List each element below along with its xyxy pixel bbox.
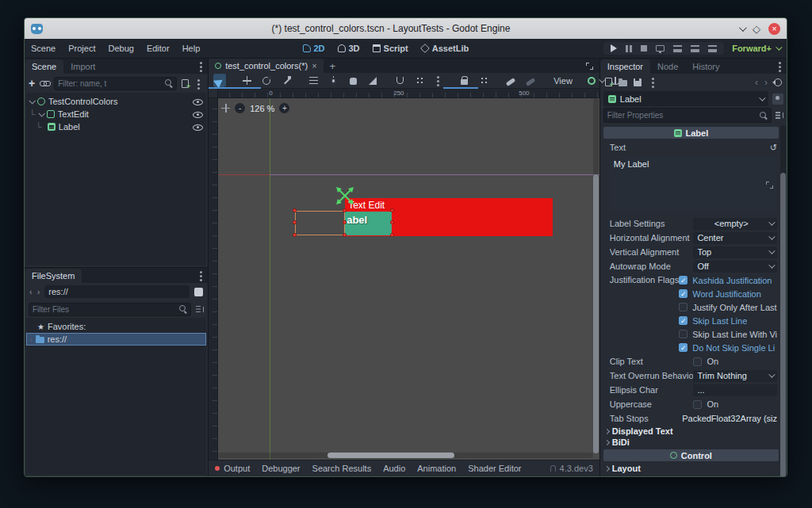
tab-history[interactable]: History (685, 59, 726, 74)
nav-back-icon[interactable]: ‹ (29, 287, 33, 296)
text-overrun-dropdown[interactable]: Trim Nothing (693, 370, 777, 382)
skeleton-button[interactable] (504, 74, 517, 87)
anchor-preset-button[interactable] (589, 74, 602, 87)
menu-help[interactable]: Help (182, 44, 201, 53)
pan-mode-button[interactable] (347, 74, 359, 87)
file-filter[interactable] (29, 303, 191, 316)
checkbox-icon[interactable] (693, 400, 702, 409)
checkbox-checked-icon[interactable]: ✓ (679, 343, 688, 352)
snap-options-icon[interactable] (437, 75, 439, 86)
visibility-eye-icon[interactable] (193, 97, 203, 106)
window-minimize-icon[interactable] (739, 24, 747, 32)
expand-all-icon[interactable] (776, 111, 783, 120)
add-node-button[interactable]: + (29, 78, 35, 88)
grid-snap-button[interactable] (413, 74, 426, 87)
select-mode-button[interactable] (213, 74, 226, 87)
collapse-icon[interactable] (29, 97, 35, 104)
checkbox-checked-icon[interactable]: ✓ (679, 276, 688, 285)
remote-debug-button[interactable] (656, 45, 665, 52)
play-custom-scene-button[interactable] (691, 45, 699, 52)
bottom-tab-animation[interactable]: Animation (417, 464, 456, 473)
scale-mode-button[interactable] (280, 74, 293, 87)
inspector-menu-icon[interactable] (779, 61, 781, 71)
menu-scene[interactable]: Scene (31, 44, 56, 53)
category-label[interactable]: Label (603, 127, 779, 139)
title-bar[interactable]: (*) test_control_colors.tscn - LayoutTes… (25, 18, 787, 39)
group-localization[interactable]: Localization (603, 474, 779, 476)
zoom-out-button[interactable]: - (235, 103, 245, 113)
inspector-scrollbar[interactable] (780, 125, 786, 476)
group-bidi[interactable]: BiDi (603, 437, 779, 448)
menu-editor[interactable]: Editor (147, 44, 170, 53)
selection-handle[interactable] (293, 233, 297, 237)
tree-row-res[interactable]: › res:// (26, 333, 206, 346)
property-filter-input[interactable] (607, 111, 757, 120)
current-path[interactable]: res:// (44, 285, 190, 298)
scene-tab-active[interactable]: test_control_colors(*) × (209, 59, 323, 73)
bottom-tab-output[interactable]: Output (224, 464, 250, 473)
new-resource-icon[interactable] (605, 78, 612, 86)
split-mode-icon[interactable] (194, 288, 203, 296)
tab-stops-value[interactable]: PackedFloat32Array (siz (682, 414, 777, 423)
filesystem-menu-icon[interactable] (200, 270, 202, 281)
version-update-icon[interactable] (550, 465, 556, 472)
scene-filter-input[interactable] (58, 79, 163, 88)
tab-node[interactable]: Node (650, 59, 685, 74)
visibility-eye-icon[interactable] (193, 110, 203, 119)
bottom-tab-search-results[interactable]: Search Results (312, 464, 372, 473)
renderer-select[interactable]: Forward+ (732, 44, 780, 53)
expand-editor-icon[interactable] (766, 181, 773, 189)
bottom-tab-audio[interactable]: Audio (383, 464, 405, 473)
category-control[interactable]: Control (603, 449, 779, 461)
group-displayed-text[interactable]: Displayed Text (603, 426, 779, 437)
nav-forward-icon[interactable]: › (37, 287, 40, 296)
tree-row-label[interactable]: └ Label (26, 120, 206, 133)
checkbox-checked-icon[interactable]: ✓ (679, 316, 688, 325)
edited-object-dropdown[interactable]: Label (603, 91, 768, 106)
play-button[interactable] (611, 44, 617, 52)
flag-skip-last-line-vi[interactable]: Skip Last Line With Vi (679, 327, 777, 341)
mode-3d-button[interactable]: 3D (337, 44, 359, 53)
instance-scene-icon[interactable] (40, 80, 49, 86)
checkbox-icon[interactable] (679, 303, 688, 311)
pivot-mode-button[interactable] (327, 74, 339, 87)
zoom-in-button[interactable]: + (279, 103, 289, 113)
edit-history-icon[interactable] (774, 78, 782, 86)
menu-debug[interactable]: Debug (108, 44, 133, 53)
list-select-button[interactable] (307, 74, 320, 87)
clip-text-checkbox[interactable]: On (693, 357, 718, 366)
visibility-eye-icon[interactable] (193, 123, 203, 132)
vertical-alignment-dropdown[interactable]: Top (693, 246, 777, 258)
stop-button[interactable] (641, 45, 647, 52)
window-close-icon[interactable]: × (768, 23, 780, 35)
flag-kashida[interactable]: ✓Kashida Justification (679, 273, 777, 287)
group-button[interactable] (477, 74, 490, 87)
attach-script-icon[interactable] (182, 79, 189, 88)
mode-script-button[interactable]: Script (373, 44, 408, 53)
mode-2d-button[interactable]: 2D (302, 44, 324, 53)
autowrap-mode-dropdown[interactable]: Off (693, 261, 777, 273)
save-resource-icon[interactable] (634, 78, 642, 86)
load-resource-icon[interactable] (619, 80, 627, 86)
movie-maker-button[interactable] (708, 45, 717, 52)
scene-dock-menu-icon[interactable] (200, 61, 202, 71)
collapse-icon[interactable] (38, 110, 44, 116)
sort-files-icon[interactable] (196, 305, 204, 314)
window-maximize-icon[interactable]: ◇ (753, 24, 760, 34)
zoom-level[interactable]: 126 % (250, 104, 274, 113)
tab-filesystem[interactable]: FileSystem (25, 269, 82, 283)
tree-row-textedit[interactable]: └ TextEdit (26, 108, 206, 120)
resource-options-icon[interactable] (652, 77, 654, 87)
scene-filter[interactable] (54, 77, 177, 90)
object-extra-options-icon[interactable] (772, 94, 783, 105)
inspector-scroll-thumb[interactable] (780, 173, 786, 476)
label-settings-dropdown[interactable]: <empty> (693, 218, 777, 230)
checkbox-icon[interactable] (693, 357, 702, 366)
vscroll-thumb[interactable] (593, 174, 599, 453)
move-mode-button[interactable] (240, 74, 253, 87)
selection-handle[interactable] (343, 233, 347, 237)
lock-button[interactable] (458, 74, 470, 87)
flag-skip-last-line[interactable]: ✓Skip Last Line (679, 314, 777, 327)
uppercase-checkbox[interactable]: On (693, 399, 718, 409)
tree-row-testcontrolcolors[interactable]: TestControlColors (26, 95, 206, 108)
